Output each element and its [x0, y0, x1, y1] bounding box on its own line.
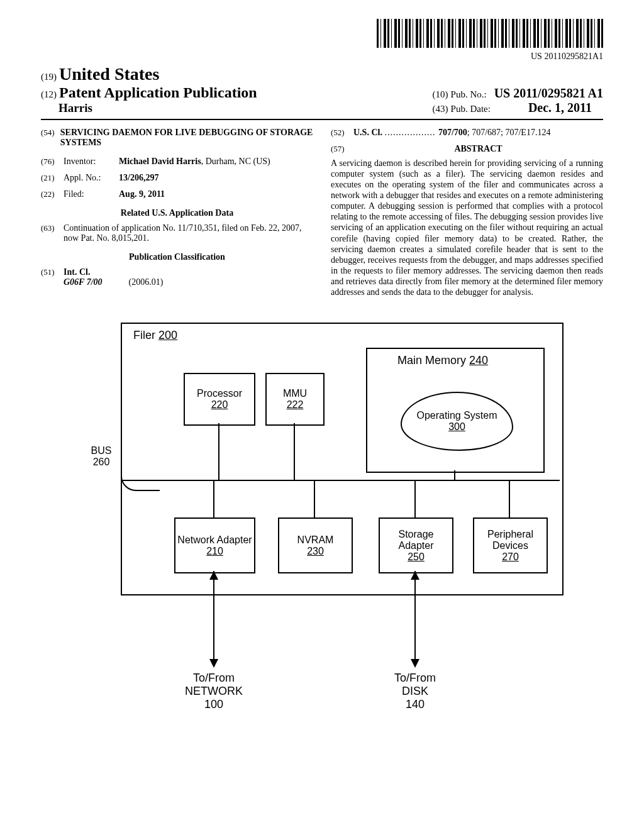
- code-43: (43): [433, 104, 448, 114]
- barcode-area: US 20110295821A1: [41, 19, 603, 62]
- disk-arrow-up-icon: [411, 571, 419, 580]
- code-19: (19): [41, 72, 57, 82]
- intcl-label: Int. Cl.: [64, 267, 90, 277]
- inventor-row: (76) Inventor: Michael David Harris, Dur…: [41, 157, 313, 167]
- net-bus-line: [213, 480, 214, 517]
- disk-arrow-line: [414, 571, 416, 665]
- header-right: (10) Pub. No.: US 2011/0295821 A1 (43) P…: [433, 86, 603, 115]
- pubdate-label: Pub. Date:: [451, 104, 491, 114]
- code-57: (57): [331, 144, 353, 157]
- uscl-block: U.S. Cl. .................. 707/700; 707…: [353, 128, 603, 138]
- disk-arrow-down-icon: [411, 659, 419, 668]
- uscl-dots: ..................: [384, 128, 438, 137]
- abstract-heading: ABSTRACT: [353, 144, 603, 154]
- inventor-surname: Harris: [58, 101, 92, 114]
- code-21: (21): [41, 173, 64, 183]
- header-left: (19) United States (12) Patent Applicati…: [41, 64, 257, 115]
- code-76: (76): [41, 157, 64, 167]
- abstract-head-row: (57) ABSTRACT: [331, 144, 603, 157]
- nvram-bus-line: [314, 480, 315, 517]
- network-arrow-up-icon: [209, 571, 218, 580]
- left-column: (54) SERVICING DAEMON FOR LIVE DEBUGGING…: [41, 128, 313, 297]
- code-54: (54): [41, 128, 60, 148]
- storage-adapter-box: Storage Adapter 250: [379, 517, 453, 573]
- disk-destination-label: To/From DISK 140: [371, 672, 459, 711]
- code-63: (63): [41, 223, 64, 243]
- continuation-row: (63) Continuation of application No. 11/…: [41, 223, 313, 243]
- pub-classification-head: Publication Classification: [41, 252, 313, 262]
- bus-line: [122, 480, 560, 481]
- intcl-version: (2006.01): [129, 277, 164, 287]
- filed-row: (22) Filed: Aug. 9, 2011: [41, 189, 313, 199]
- intcl-value: G06F 7/00: [64, 277, 103, 287]
- network-adapter-box: Network Adapter 210: [174, 517, 255, 573]
- header-row: (19) United States (12) Patent Applicati…: [41, 64, 603, 115]
- barcode-graphic: [377, 19, 603, 48]
- code-12: (12): [41, 89, 57, 99]
- code-51: (51): [41, 267, 64, 287]
- mem-bus-line: [454, 470, 455, 480]
- processor-box: Processor 220: [184, 373, 255, 426]
- country: United States: [59, 64, 159, 84]
- uscl-row: (52) U.S. Cl. .................. 707/700…: [331, 128, 603, 138]
- main-memory-label: Main Memory 240: [397, 354, 488, 367]
- filed-value: Aug. 9, 2011: [119, 189, 313, 199]
- filed-label: Filed:: [64, 189, 119, 199]
- filer-label: Filer 200: [133, 329, 177, 342]
- code-52: (52): [331, 128, 353, 138]
- mmu-box: MMU 222: [265, 373, 325, 426]
- mmu-bus-line: [294, 423, 295, 480]
- network-destination-label: To/From NETWORK 100: [170, 672, 258, 711]
- uscl-label: U.S. Cl.: [353, 128, 382, 137]
- abstract-body: A servicing daemon is described herein f…: [331, 158, 603, 297]
- header-rule: [41, 119, 603, 120]
- code-10: (10): [433, 89, 448, 99]
- network-arrow-down-icon: [209, 659, 218, 668]
- applno-value: 13/206,297: [119, 173, 313, 183]
- title-block: (54) SERVICING DAEMON FOR LIVE DEBUGGING…: [41, 128, 313, 148]
- related-data-head: Related U.S. Application Data: [41, 208, 313, 218]
- proc-bus-line: [218, 423, 219, 480]
- right-column: (52) U.S. Cl. .................. 707/700…: [331, 128, 603, 297]
- publication-type: Patent Application Publication: [59, 84, 257, 101]
- bibliographic-columns: (54) SERVICING DAEMON FOR LIVE DEBUGGING…: [41, 128, 603, 297]
- continuation-text: Continuation of application No. 11/710,3…: [64, 223, 313, 243]
- patent-page: US 20110295821A1 (19) United States (12)…: [0, 0, 644, 744]
- invention-title: SERVICING DAEMON FOR LIVE DEBUGGING OF S…: [60, 128, 313, 148]
- inventor-label: Inventor:: [64, 157, 119, 167]
- applno-row: (21) Appl. No.: 13/206,297: [41, 173, 313, 183]
- bus-label: BUS 260: [83, 445, 119, 468]
- code-22: (22): [41, 189, 64, 199]
- figure: Filer 200 Processor 220 MMU 222 Main Mem…: [83, 323, 561, 725]
- applno-label: Appl. No.:: [64, 173, 119, 183]
- publication-date: Dec. 1, 2011: [528, 101, 592, 114]
- barcode-number: US 20110295821A1: [41, 52, 603, 62]
- inventor-value: Michael David Harris, Durham, NC (US): [119, 157, 313, 167]
- network-arrow-line: [213, 571, 214, 665]
- pubno-label: Pub. No.:: [451, 89, 487, 99]
- stor-bus-line: [414, 480, 416, 517]
- peripheral-devices-box: Peripheral Devices 270: [473, 517, 548, 573]
- nvram-box: NVRAM 230: [278, 517, 353, 573]
- intcl-row: (51) Int. Cl. G06F 7/00 (2006.01): [41, 267, 313, 287]
- publication-number: US 2011/0295821 A1: [494, 86, 603, 100]
- peri-bus-line: [509, 480, 510, 517]
- intcl-block: Int. Cl. G06F 7/00 (2006.01): [64, 267, 313, 287]
